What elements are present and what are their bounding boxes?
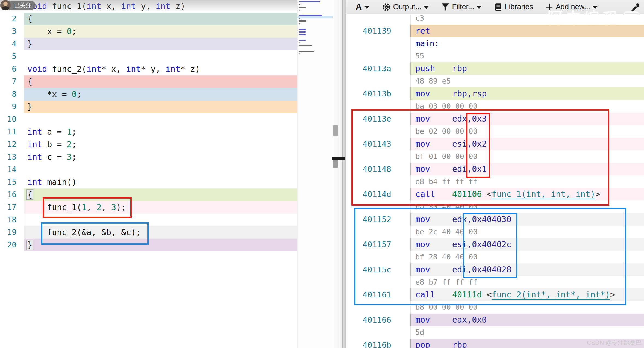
source-line[interactable]: 9} bbox=[0, 101, 297, 113]
code-token: 2 bbox=[96, 202, 101, 212]
asm-mnemonic: pop bbox=[415, 339, 452, 348]
asm-address: 401157 bbox=[346, 238, 391, 251]
source-line[interactable]: 2{ bbox=[0, 13, 297, 25]
code-token: int bbox=[87, 1, 101, 11]
source-line[interactable]: 4} bbox=[0, 38, 297, 50]
asm-mnemonic: mov bbox=[415, 113, 452, 125]
asm-mnemonic: mov bbox=[415, 87, 452, 100]
asm-address bbox=[346, 125, 391, 138]
source-line[interactable]: 17 func_1(1, 2, 3); bbox=[0, 201, 297, 214]
source-line[interactable]: 12int b = 2; bbox=[0, 138, 297, 151]
asm-instruction: movedi,0x404028 bbox=[410, 263, 644, 276]
minimap-line bbox=[299, 7, 306, 8]
output-button[interactable]: Output... bbox=[382, 3, 429, 11]
minimap-line bbox=[299, 1, 320, 2]
line-number: 17 bbox=[0, 201, 16, 214]
asm-address bbox=[346, 75, 391, 87]
uploader-watermark-text: 阿布编程 bbox=[548, 8, 621, 28]
asm-opcode-bytes: be 2c 40 40 00 bbox=[410, 226, 644, 238]
source-line[interactable]: 13int c = 3; bbox=[0, 151, 297, 163]
minimap-highlight bbox=[298, 16, 333, 18]
minimap-line bbox=[299, 31, 306, 33]
code-text bbox=[24, 214, 297, 226]
asm-operand: edi,0x1 bbox=[452, 164, 487, 174]
code-token: } bbox=[27, 102, 32, 111]
libraries-button[interactable]: Libraries bbox=[494, 3, 533, 11]
minimap-line bbox=[299, 4, 300, 5]
assembly-row: 40113emovedx,0x3 bbox=[346, 113, 644, 125]
assembly-pane[interactable]: c3401139retmain:5540113apushrbp48 89 e54… bbox=[346, 0, 644, 348]
source-lines: 1void func_1(int x, int y, int z)2{3 x =… bbox=[0, 0, 297, 251]
assembly-row: 401157movesi,0x40402c bbox=[346, 238, 644, 251]
minimap-line bbox=[299, 42, 300, 43]
source-line[interactable]: 14 bbox=[0, 163, 297, 176]
source-line[interactable]: 5 bbox=[0, 50, 297, 63]
code-token: int bbox=[27, 140, 42, 149]
code-token: 3 bbox=[67, 152, 72, 162]
symbol-bracket: < bbox=[487, 290, 492, 299]
funnel-icon bbox=[441, 3, 449, 11]
symbol-bracket: > bbox=[610, 290, 615, 299]
source-line[interactable]: 15int main() bbox=[0, 176, 297, 188]
source-line[interactable]: 16{ bbox=[0, 188, 297, 201]
assembly-row: 401143movesi,0x2 bbox=[346, 138, 644, 150]
asm-opcode-bytes: bf 01 00 00 00 bbox=[410, 150, 644, 163]
asm-label: main: bbox=[410, 37, 644, 50]
source-editor[interactable]: 1void func_1(int x, int y, int z)2{3 x =… bbox=[0, 0, 297, 348]
asm-address: 401139 bbox=[346, 25, 391, 37]
code-text bbox=[24, 163, 297, 176]
source-line[interactable]: 20} bbox=[0, 239, 297, 251]
chevron-down-icon bbox=[424, 6, 429, 9]
code-token: 0 bbox=[72, 89, 77, 99]
source-line[interactable]: 10 bbox=[0, 113, 297, 126]
source-line[interactable]: 19 func_2(&a, &b, &c); bbox=[0, 226, 297, 239]
asm-address bbox=[346, 200, 391, 213]
scrollbar-thumb-bottom[interactable] bbox=[333, 160, 338, 168]
font-size-button[interactable]: A bbox=[355, 2, 369, 12]
code-token: z) bbox=[170, 1, 185, 11]
pane-divider-bar[interactable] bbox=[332, 157, 345, 160]
minimap-line bbox=[299, 20, 306, 22]
assembly-row: 40113apushrbp bbox=[346, 62, 644, 75]
asm-opcode-bytes: ba 03 00 00 00 bbox=[410, 100, 644, 113]
source-line[interactable]: 1void func_1(int x, int y, int z) bbox=[0, 0, 297, 13]
code-token: int bbox=[166, 64, 180, 74]
asm-operand: esi,0x40402c bbox=[452, 240, 511, 249]
code-text: { bbox=[24, 75, 297, 88]
avatar[interactable] bbox=[0, 0, 11, 10]
symbol-link[interactable]: func_1(int, int, int) bbox=[492, 189, 595, 199]
code-token: * x, bbox=[101, 64, 126, 74]
source-line[interactable]: 6void func_2(int* x, int* y, int* z) bbox=[0, 63, 297, 75]
asm-opcode-bytes: e8 b4 ff ff ff bbox=[410, 175, 644, 188]
line-number: 14 bbox=[0, 163, 16, 176]
pane-separator[interactable] bbox=[342, 0, 343, 348]
code-token: y, bbox=[136, 1, 155, 11]
code-token: ; bbox=[72, 26, 77, 36]
source-line[interactable]: 18 bbox=[0, 214, 297, 226]
code-token: x, bbox=[101, 1, 121, 11]
code-token: x = bbox=[27, 26, 67, 36]
assembly-row: 401152movedx,0x404030 bbox=[346, 213, 644, 226]
minimap[interactable] bbox=[297, 0, 333, 348]
code-token: *x = bbox=[27, 89, 72, 99]
source-line[interactable]: 3 x = 0; bbox=[0, 25, 297, 38]
code-text: } bbox=[24, 38, 297, 50]
asm-mnemonic: ret bbox=[415, 25, 452, 37]
source-line[interactable]: 11int a = 1; bbox=[0, 126, 297, 138]
source-line[interactable]: 7{ bbox=[0, 75, 297, 88]
asm-instruction: moveax,0x0 bbox=[410, 314, 644, 326]
code-token: ; bbox=[72, 140, 77, 149]
assembly-row: main: bbox=[346, 37, 644, 50]
libraries-label: Libraries bbox=[505, 3, 533, 11]
assembly-row: ba 03 00 00 00 bbox=[346, 100, 644, 113]
symbol-link[interactable]: func_2(int*, int*, int*) bbox=[492, 290, 610, 299]
code-text: } bbox=[24, 101, 297, 113]
scrollbar-track[interactable] bbox=[333, 0, 339, 348]
asm-mnemonic: push bbox=[415, 62, 452, 75]
asm-instruction: movesi,0x40402c bbox=[410, 238, 644, 251]
filter-button[interactable]: Filter... bbox=[441, 3, 481, 11]
source-line[interactable]: 8 *x = 0; bbox=[0, 88, 297, 101]
scrollbar-thumb-top[interactable] bbox=[333, 125, 338, 136]
asm-address: 40113e bbox=[346, 113, 391, 125]
assembly-row: 48 89 e5 bbox=[346, 75, 644, 87]
